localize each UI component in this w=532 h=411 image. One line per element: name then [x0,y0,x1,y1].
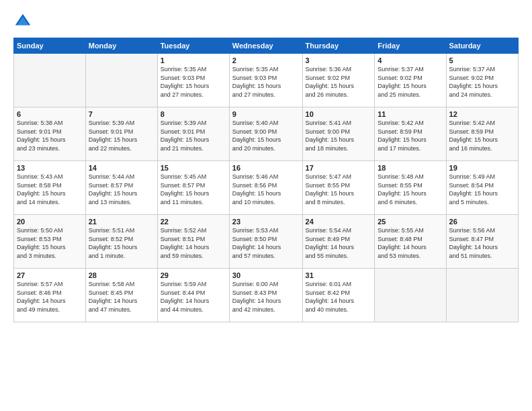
day-number: 19 [449,164,515,172]
page-header [13,12,519,31]
day-number: 21 [89,218,154,226]
day-content: Sunrise: 5:47 AM Sunset: 8:55 PM Dayligh… [306,173,372,206]
day-content: Sunrise: 5:54 AM Sunset: 8:49 PM Dayligh… [306,226,372,260]
calendar-cell: 3Sunrise: 5:36 AM Sunset: 9:02 PM Daylig… [302,54,375,107]
day-content: Sunrise: 5:42 AM Sunset: 8:59 PM Dayligh… [378,119,443,152]
day-number: 6 [17,110,83,118]
day-content: Sunrise: 6:01 AM Sunset: 8:42 PM Dayligh… [306,280,372,314]
weekday-header-tuesday: Tuesday [157,38,229,54]
day-content: Sunrise: 5:40 AM Sunset: 9:00 PM Dayligh… [232,119,300,152]
day-number: 30 [232,271,300,279]
calendar-cell [446,269,518,322]
day-number: 22 [161,218,226,226]
day-number: 18 [378,164,443,172]
logo-icon [13,12,32,31]
day-content: Sunrise: 5:39 AM Sunset: 9:01 PM Dayligh… [161,119,226,152]
day-number: 16 [232,164,300,172]
weekday-header-saturday: Saturday [446,38,518,54]
day-number: 7 [89,110,154,118]
day-number: 15 [161,164,226,172]
calendar-cell: 4Sunrise: 5:37 AM Sunset: 9:02 PM Daylig… [375,54,446,107]
day-number: 1 [161,56,226,64]
calendar-week-row: 1Sunrise: 5:35 AM Sunset: 9:03 PM Daylig… [14,54,519,107]
weekday-header-monday: Monday [85,38,157,54]
calendar-cell: 19Sunrise: 5:49 AM Sunset: 8:54 PM Dayli… [446,161,518,215]
calendar-cell: 12Sunrise: 5:42 AM Sunset: 8:59 PM Dayli… [446,107,518,161]
day-number: 14 [89,164,154,172]
day-number: 11 [378,110,443,118]
day-number: 27 [17,271,83,279]
calendar-cell: 8Sunrise: 5:39 AM Sunset: 9:01 PM Daylig… [157,107,229,161]
day-number: 2 [232,56,300,64]
calendar-cell: 14Sunrise: 5:44 AM Sunset: 8:57 PM Dayli… [85,161,157,215]
day-content: Sunrise: 5:48 AM Sunset: 8:55 PM Dayligh… [378,173,443,206]
day-number: 26 [449,218,515,226]
day-number: 8 [161,110,226,118]
calendar-cell: 17Sunrise: 5:47 AM Sunset: 8:55 PM Dayli… [302,161,375,215]
calendar-cell: 21Sunrise: 5:51 AM Sunset: 8:52 PM Dayli… [85,215,157,269]
day-content: Sunrise: 5:59 AM Sunset: 8:44 PM Dayligh… [161,280,226,314]
day-content: Sunrise: 5:39 AM Sunset: 9:01 PM Dayligh… [89,119,154,152]
calendar-cell: 16Sunrise: 5:46 AM Sunset: 8:56 PM Dayli… [229,161,302,215]
day-content: Sunrise: 5:45 AM Sunset: 8:57 PM Dayligh… [161,173,226,206]
day-content: Sunrise: 5:52 AM Sunset: 8:51 PM Dayligh… [161,226,226,260]
calendar-cell [375,269,446,322]
calendar-week-row: 6Sunrise: 5:38 AM Sunset: 9:01 PM Daylig… [14,107,519,161]
day-number: 24 [306,218,372,226]
calendar-cell: 26Sunrise: 5:56 AM Sunset: 8:47 PM Dayli… [446,215,518,269]
day-content: Sunrise: 5:51 AM Sunset: 8:52 PM Dayligh… [89,226,154,260]
day-number: 4 [378,56,443,64]
day-content: Sunrise: 5:57 AM Sunset: 8:46 PM Dayligh… [17,280,83,314]
day-content: Sunrise: 5:37 AM Sunset: 9:02 PM Dayligh… [449,65,515,99]
calendar-week-row: 13Sunrise: 5:43 AM Sunset: 8:58 PM Dayli… [14,161,519,215]
day-content: Sunrise: 5:35 AM Sunset: 9:03 PM Dayligh… [161,65,226,99]
day-content: Sunrise: 5:50 AM Sunset: 8:53 PM Dayligh… [17,226,83,260]
calendar-cell: 9Sunrise: 5:40 AM Sunset: 9:00 PM Daylig… [229,107,302,161]
calendar-cell: 28Sunrise: 5:58 AM Sunset: 8:45 PM Dayli… [85,269,157,322]
calendar-cell: 6Sunrise: 5:38 AM Sunset: 9:01 PM Daylig… [14,107,86,161]
calendar-cell: 22Sunrise: 5:52 AM Sunset: 8:51 PM Dayli… [157,215,229,269]
day-content: Sunrise: 5:35 AM Sunset: 9:03 PM Dayligh… [232,65,300,99]
day-content: Sunrise: 5:36 AM Sunset: 9:02 PM Dayligh… [306,65,372,99]
weekday-header-sunday: Sunday [14,38,86,54]
day-content: Sunrise: 5:56 AM Sunset: 8:47 PM Dayligh… [449,226,515,260]
calendar-cell: 13Sunrise: 5:43 AM Sunset: 8:58 PM Dayli… [14,161,86,215]
day-content: Sunrise: 5:55 AM Sunset: 8:48 PM Dayligh… [378,226,443,260]
day-number: 13 [17,164,83,172]
calendar-cell: 2Sunrise: 5:35 AM Sunset: 9:03 PM Daylig… [229,54,302,107]
day-content: Sunrise: 5:42 AM Sunset: 8:59 PM Dayligh… [449,119,515,152]
weekday-header-thursday: Thursday [302,38,375,54]
day-number: 28 [89,271,154,279]
day-number: 29 [161,271,226,279]
calendar-cell: 29Sunrise: 5:59 AM Sunset: 8:44 PM Dayli… [157,269,229,322]
day-content: Sunrise: 5:44 AM Sunset: 8:57 PM Dayligh… [89,173,154,206]
calendar-cell: 11Sunrise: 5:42 AM Sunset: 8:59 PM Dayli… [375,107,446,161]
calendar-table: SundayMondayTuesdayWednesdayThursdayFrid… [13,38,519,322]
day-content: Sunrise: 5:41 AM Sunset: 9:00 PM Dayligh… [306,119,372,152]
day-number: 25 [378,218,443,226]
calendar-cell [85,54,157,107]
day-content: Sunrise: 5:37 AM Sunset: 9:02 PM Dayligh… [378,65,443,99]
day-content: Sunrise: 5:53 AM Sunset: 8:50 PM Dayligh… [232,226,300,260]
calendar-cell: 18Sunrise: 5:48 AM Sunset: 8:55 PM Dayli… [375,161,446,215]
weekday-header-friday: Friday [375,38,446,54]
day-content: Sunrise: 6:00 AM Sunset: 8:43 PM Dayligh… [232,280,300,314]
day-number: 17 [306,164,372,172]
calendar-cell: 20Sunrise: 5:50 AM Sunset: 8:53 PM Dayli… [14,215,86,269]
calendar-cell: 23Sunrise: 5:53 AM Sunset: 8:50 PM Dayli… [229,215,302,269]
calendar-cell: 30Sunrise: 6:00 AM Sunset: 8:43 PM Dayli… [229,269,302,322]
calendar-week-row: 20Sunrise: 5:50 AM Sunset: 8:53 PM Dayli… [14,215,519,269]
calendar-cell: 25Sunrise: 5:55 AM Sunset: 8:48 PM Dayli… [375,215,446,269]
day-number: 12 [449,110,515,118]
logo [13,12,34,31]
day-number: 20 [17,218,83,226]
calendar-cell: 1Sunrise: 5:35 AM Sunset: 9:03 PM Daylig… [157,54,229,107]
day-number: 31 [306,271,372,279]
day-number: 5 [449,56,515,64]
day-content: Sunrise: 5:38 AM Sunset: 9:01 PM Dayligh… [17,119,83,152]
calendar-cell: 31Sunrise: 6:01 AM Sunset: 8:42 PM Dayli… [302,269,375,322]
calendar-cell: 27Sunrise: 5:57 AM Sunset: 8:46 PM Dayli… [14,269,86,322]
calendar-cell: 5Sunrise: 5:37 AM Sunset: 9:02 PM Daylig… [446,54,518,107]
calendar-cell: 7Sunrise: 5:39 AM Sunset: 9:01 PM Daylig… [85,107,157,161]
day-content: Sunrise: 5:58 AM Sunset: 8:45 PM Dayligh… [89,280,154,314]
